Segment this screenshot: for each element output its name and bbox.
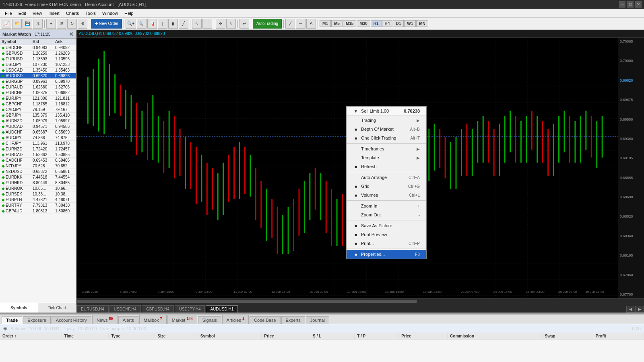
ctx-item-print[interactable]: ■Print...Ctrl+P xyxy=(347,239,426,248)
new-order-button[interactable]: ✚ New Order xyxy=(91,19,122,29)
term-tab-market[interactable]: Market 144 xyxy=(167,315,197,324)
market-watch-row[interactable]: ◆EURDKK 7.44518 7.44554 xyxy=(0,175,76,180)
chart-tab-audusd-h1[interactable]: AUDUSD,H1 xyxy=(206,305,238,313)
market-watch-row[interactable]: ◆EURHKD 8.80449 8.80455 xyxy=(0,180,76,186)
tb-text[interactable]: A xyxy=(306,19,316,29)
market-watch-row[interactable]: ◆EURNZD 1.72420 1.72457 xyxy=(0,146,76,152)
ctx-item-zoom-out[interactable]: Zoom Out- xyxy=(347,210,426,219)
ctx-item-zoom-in[interactable]: Zoom In+ xyxy=(347,202,426,210)
term-tab-articles[interactable]: Articles 1 xyxy=(222,315,249,324)
tf-h4[interactable]: H4 xyxy=(382,20,393,27)
tb-print[interactable]: 🖨 xyxy=(33,19,43,29)
tb-zoom-out[interactable]: 🔍- xyxy=(137,19,147,29)
tb-bar[interactable]: | xyxy=(158,19,167,29)
market-watch-row[interactable]: ◆CADCHF 0.69453 0.69466 xyxy=(0,158,76,163)
term-tab-journal[interactable]: Journal xyxy=(306,316,329,324)
term-tab-alerts[interactable]: Alerts xyxy=(118,316,138,324)
tb-chart-type[interactable]: 📊 xyxy=(147,19,157,29)
market-watch-row[interactable]: ◆GBPJPY 135.379 135.410 xyxy=(0,113,76,118)
tb-new-chart[interactable]: 📈 xyxy=(2,19,11,29)
tf-mn[interactable]: MN xyxy=(416,20,428,27)
tf-h1[interactable]: H1 xyxy=(371,20,382,27)
market-watch-row[interactable]: ◆EURGBP 0.89963 0.89970 xyxy=(0,79,76,84)
menu-file[interactable]: File xyxy=(2,10,15,16)
tf-m15[interactable]: M15 xyxy=(343,20,356,27)
ctx-item-one-click-trading[interactable]: ■One Click TradingAlt+T xyxy=(347,134,426,142)
menu-window[interactable]: Window xyxy=(99,10,121,16)
chart-canvas[interactable]: 3 Jun 2020 5 Jun 07:00 8 Jun 15:00 9 Jun… xyxy=(76,38,618,298)
tb-period-sep[interactable]: ⌒ xyxy=(202,19,212,29)
ctx-item-properties[interactable]: ■Properties...F8 xyxy=(347,250,426,259)
market-watch-row[interactable]: ◆CADJPY 79.159 79.167 xyxy=(0,107,76,113)
term-tab-account-history[interactable]: Account History xyxy=(52,316,91,324)
chart-nav-left[interactable]: ◀ xyxy=(626,306,635,313)
market-watch-close[interactable]: ✕ xyxy=(69,31,74,37)
tb-cursor[interactable]: ↖ xyxy=(226,19,236,29)
chart-tab-eurusd-h4[interactable]: EURUSD,H4 xyxy=(76,305,109,313)
tb-indicator[interactable]: ∿ xyxy=(192,19,202,29)
tf-w1[interactable]: W1 xyxy=(404,20,416,27)
chart-tab-gbpusd-h4[interactable]: GBPUSD,H4 xyxy=(142,305,174,313)
menu-view[interactable]: View xyxy=(29,10,45,16)
menu-edit[interactable]: Edit xyxy=(15,10,29,16)
tb-history[interactable]: ⏱ xyxy=(57,19,66,29)
market-watch-row[interactable]: ◆EURTRY 7.79813 7.80430 xyxy=(0,203,76,208)
ctx-item-auto-arrange[interactable]: Auto ArrangeCtrl+A xyxy=(347,173,426,182)
menu-charts[interactable]: Charts xyxy=(63,10,82,16)
ctx-item-depth-of-market[interactable]: ■Depth Of MarketAlt+B xyxy=(347,125,426,134)
ctx-sell-limit[interactable]: ▼ Sell Limit 1.00 0.70238 xyxy=(347,107,426,116)
ctx-item-refresh[interactable]: ■Refresh xyxy=(347,162,426,171)
tf-m5[interactable]: M5 xyxy=(331,20,343,27)
ctx-item-print-preview[interactable]: ■Print Preview xyxy=(347,230,426,239)
tb-line-draw[interactable]: ╱ xyxy=(285,19,295,29)
ctx-item-timeframes[interactable]: Timeframes▶ xyxy=(347,144,426,153)
market-watch-row[interactable]: ◆GBPCHF 1.18785 1.18812 xyxy=(0,101,76,107)
market-watch-row[interactable]: ◆EURCAD 1.53862 1.53885 xyxy=(0,152,76,158)
close-button[interactable]: ✕ xyxy=(635,1,642,8)
market-watch-row[interactable]: ◆GBPUSD 1.26259 1.26269 xyxy=(0,51,76,56)
menu-insert[interactable]: Insert xyxy=(45,10,63,16)
menu-tools[interactable]: Tools xyxy=(82,10,99,16)
market-watch-row[interactable]: ◆EURAUD 1.62680 1.62706 xyxy=(0,84,76,90)
market-watch-row[interactable]: ◆USDJPY 107.230 107.233 xyxy=(0,62,76,68)
tf-d1[interactable]: D1 xyxy=(393,20,404,27)
market-watch-row[interactable]: ◆CHFJPY 113.961 113.978 xyxy=(0,141,76,146)
tb-new-order[interactable]: + xyxy=(46,19,56,29)
market-watch-row[interactable]: ◆EURPLN 4.47821 4.48071 xyxy=(0,197,76,203)
term-tab-mailbox[interactable]: Mailbox 7 xyxy=(139,315,167,324)
tb-undo[interactable]: ↩ xyxy=(239,19,249,29)
market-watch-row[interactable]: ◆AUDNZD 1.05979 1.05997 xyxy=(0,118,76,124)
tb-hline[interactable]: ─ xyxy=(296,19,305,29)
ctx-item-grid[interactable]: ■GridCtrl+G xyxy=(347,182,426,191)
tf-m30[interactable]: M30 xyxy=(357,20,370,27)
term-tab-signals[interactable]: Signals xyxy=(198,316,221,324)
auto-trading-button[interactable]: AutoTrading xyxy=(253,19,282,29)
scrollbar-thumb[interactable] xyxy=(77,300,417,303)
ctx-item-volumes[interactable]: ■VolumesCtrl+L xyxy=(347,191,426,200)
ctx-item-template[interactable]: Template▶ xyxy=(347,153,426,162)
mw-tab-tick-chart[interactable]: Tick Chart xyxy=(38,303,76,313)
maximize-button[interactable]: □ xyxy=(627,1,634,8)
chart-nav-right[interactable]: ▶ xyxy=(635,306,644,313)
ctx-item-save-as-picture[interactable]: ■Save As Picture... xyxy=(347,221,426,230)
chart-tab-usdchf-h4[interactable]: USDCHF,H4 xyxy=(109,305,141,313)
market-watch-row[interactable]: ◆NZDJPY 70.628 70.652 xyxy=(0,163,76,169)
market-watch-row[interactable]: ◆NZDUSD 0.65872 0.65881 xyxy=(0,169,76,175)
market-watch-row[interactable]: ◆EURNOK 10.65... 10.66... xyxy=(0,186,76,191)
chart-scrollbar[interactable] xyxy=(76,298,644,304)
market-watch-row[interactable]: ◆AUDJPY 74.866 74.875 xyxy=(0,135,76,141)
market-watch-row[interactable]: ◆EURUSD 1.13593 1.13596 xyxy=(0,56,76,62)
term-tab-exposure[interactable]: Exposure xyxy=(23,316,50,324)
market-watch-row[interactable]: ◆GBPAUD 1.80813 1.80860 xyxy=(0,208,76,214)
tb-candle[interactable]: ▮ xyxy=(168,19,178,29)
tb-open[interactable]: 📂 xyxy=(12,19,22,29)
market-watch-row[interactable]: ◆AUDCHF 0.65687 0.65699 xyxy=(0,130,76,135)
ctx-item-trading[interactable]: Trading▶ xyxy=(347,116,426,125)
minimize-button[interactable]: ─ xyxy=(619,1,625,8)
tb-crosshair[interactable]: ✛ xyxy=(216,19,225,29)
term-tab-code-base[interactable]: Code Base xyxy=(250,316,280,324)
market-watch-row[interactable]: ◆EURCHF 1.06875 1.06882 xyxy=(0,90,76,96)
tb-zoom-in[interactable]: 🔍+ xyxy=(126,19,136,29)
tb-save[interactable]: 💾 xyxy=(23,19,32,29)
term-tab-trade[interactable]: Trade xyxy=(2,316,22,324)
